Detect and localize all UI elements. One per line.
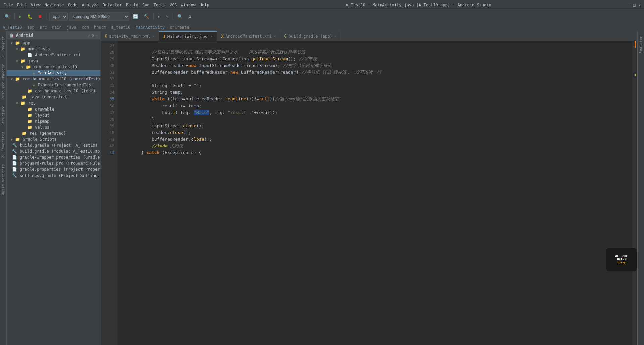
tree-item-java-(generated)[interactable]: 📁java (generated) [7, 94, 100, 100]
tab-close-0[interactable]: × [152, 34, 155, 38]
menu-tools[interactable]: Tools [154, 3, 166, 7]
app-select[interactable]: app [49, 12, 68, 21]
menu-edit[interactable]: Edit [17, 3, 27, 7]
menu-window[interactable]: Window [181, 3, 195, 7]
tab-androidmanifest[interactable]: X AndroidManifest.xml × [217, 31, 280, 41]
favorites-label[interactable]: 2: Favorites [0, 129, 6, 161]
project-panel-label[interactable]: 1: Project [0, 33, 6, 61]
titlebar: File Edit View Navigate Code Analyze Ref… [0, 0, 644, 10]
tree-item-gradle.properties-(p[interactable]: 📄gradle.properties (Project Properti...) [7, 166, 100, 172]
toolbar-run-btn[interactable]: ▶ [17, 13, 24, 20]
tab-buildgradle[interactable]: G build.gradle (app) × [280, 31, 341, 41]
build-variants-label[interactable]: Build Variants [0, 161, 6, 198]
gradle-icon: G [284, 34, 287, 39]
breadcrumb-hnucm[interactable]: hnucm [94, 25, 106, 30]
toolbar-sep-4 [173, 13, 173, 20]
tree-item-drawable[interactable]: 📁drawable [7, 106, 100, 112]
tree-item-exampleinstrumentedt[interactable]: ☕ExampleInstrumentedTest [7, 82, 100, 88]
toolbar-debug-btn[interactable]: 🐛 [25, 13, 35, 20]
breadcrumb-main[interactable]: main [52, 25, 62, 30]
line-numbers: 27 28 29 30 31 32 33 34 35 36 37 38 39 4… [101, 41, 117, 345]
code-line-30: Reader reader=new InputStreamReader(inpu… [120, 62, 630, 69]
menu-code[interactable]: Code [68, 3, 78, 7]
tree-item-mipmap[interactable]: 📁mipmap [7, 118, 100, 124]
breadcrumb-app[interactable]: app [27, 25, 35, 30]
panel-settings-icon[interactable]: ⚙ [92, 33, 94, 38]
code-line-37: Log.i( tag: "Main", msg: "result :"+resu… [120, 109, 630, 116]
menu-help[interactable]: Help [200, 3, 209, 7]
code-editor[interactable]: //服务器返回的数据 我们需要返回的是文本 所以返回的数据默认是字节流 Inpu… [117, 41, 633, 345]
tree-item-build.gradle-(module[interactable]: 🔧build.gradle (Module: A_Test10.app) [7, 148, 100, 154]
tree-item-settings.gradle-(pro[interactable]: 🔧settings.gradle (Project Settings) [7, 172, 100, 179]
code-line-32 [120, 76, 630, 82]
emulator-label[interactable]: Emulator [638, 33, 644, 56]
tree-item-java[interactable]: ▼📁java [7, 58, 100, 64]
tab-mainactivity[interactable]: J MainActivity.java × [159, 31, 217, 41]
menu-vcs[interactable]: VCS [170, 3, 177, 7]
tree-item-com.hnucm.a_test10[interactable]: ▼📁com.hnucm.a_test10 [7, 64, 100, 70]
redo-btn[interactable]: ↪ [164, 13, 171, 20]
breadcrumb-src[interactable]: src [40, 25, 47, 30]
tree-item-res[interactable]: ▼📁res [7, 100, 100, 106]
code-line-41: bufferedReader.close(); [120, 136, 630, 143]
menu-analyze[interactable]: Analyze [82, 3, 99, 7]
tab-close-2[interactable]: × [274, 34, 276, 38]
code-line-39: inputStream.close(); [120, 123, 630, 129]
toolbar-sep-3 [153, 13, 154, 20]
toolbar-icon-1[interactable]: 🔍 [3, 13, 12, 20]
menu-bar: File Edit View Navigate Code Analyze Ref… [3, 3, 209, 7]
maximize-button[interactable]: □ [633, 3, 636, 7]
tree-item-com.hnucm.a_test10-([interactable]: ▼📁com.hnucm.a_test10 (androidTest) [7, 76, 100, 82]
editor-tab-bar: X activity_main.xml × J MainActivity.jav… [101, 31, 637, 41]
tree-item-proguard-rules.pro-([interactable]: 📄proguard-rules.pro (ProGuard Rules) [7, 160, 100, 166]
tree-item-build.gradle-(projec[interactable]: 🔧build.gradle (Project: A_Test10) [7, 142, 100, 148]
close-button[interactable]: ✕ [638, 3, 641, 7]
build-btn[interactable]: 🔨 [142, 13, 151, 20]
menu-file[interactable]: File [3, 3, 13, 7]
sync-btn[interactable]: 🔄 [131, 13, 140, 20]
device-select[interactable]: samsung SM-G9550 [69, 12, 129, 21]
project-panel-title: Android [16, 33, 86, 38]
undo-btn[interactable]: ↩ [156, 13, 163, 20]
tree-item-androidmanifest.xml[interactable]: 📄AndroidManifest.xml [7, 52, 100, 58]
panel-sync-icon[interactable]: ⚡ [88, 33, 90, 38]
tree-item-gradle-scripts[interactable]: ▼📁Gradle Scripts [7, 136, 100, 142]
structure-label[interactable]: Structure [0, 103, 6, 128]
toolbar-stop-btn[interactable]: ⏹ [36, 13, 44, 20]
menu-build[interactable]: Build [126, 3, 138, 7]
tree-item-gradle-wrapper.prope[interactable]: 📄gradle-wrapper.properties (Gradle...) [7, 154, 100, 160]
minimize-button[interactable]: ─ [628, 3, 630, 7]
search-btn[interactable]: 🔍 [175, 13, 185, 20]
resource-manager-label[interactable]: Resource Manager [0, 61, 6, 102]
xml-icon: X [105, 34, 107, 39]
toolbar-sep-2 [47, 13, 47, 20]
settings-btn[interactable]: ⚙ [186, 13, 193, 20]
menu-view[interactable]: View [31, 3, 41, 7]
toolbar-sep-1 [14, 13, 15, 20]
tree-item-res-(generated)[interactable]: 📁res (generated) [7, 130, 100, 136]
code-line-29: InputStream inputStream=urlConnection.ge… [120, 56, 630, 62]
menu-refactor[interactable]: Refactor [103, 3, 122, 7]
breadcrumb-oncreate[interactable]: onCreate [170, 25, 189, 30]
tree-item-layout[interactable]: 📁layout [7, 112, 100, 118]
breadcrumb-project[interactable]: A_Test10 [3, 25, 22, 30]
project-panel: 🤖 Android ⚡ ⚙ ─ ▼📁app▼📁manifests📄Android… [7, 31, 101, 345]
tab-close-1[interactable]: × [211, 34, 213, 39]
main-toolbar: 🔍 ▶ 🐛 ⏹ app samsung SM-G9550 🔄 🔨 ↩ ↪ 🔍 ⚙ [0, 10, 644, 23]
tab-close-3[interactable]: × [334, 34, 337, 38]
tree-item-mainactivity[interactable]: ☕MainActivity [7, 70, 100, 76]
breadcrumb-java[interactable]: java [67, 25, 76, 30]
editor-content: 27 28 29 30 31 32 33 34 35 36 37 38 39 4… [101, 41, 637, 345]
breadcrumb-atest10[interactable]: a_test10 [111, 25, 130, 30]
tree-item-values[interactable]: 📁values [7, 124, 100, 130]
menu-run[interactable]: Run [142, 3, 150, 7]
panel-minimize-icon[interactable]: ─ [95, 33, 98, 38]
tree-item-app[interactable]: ▼📁app [7, 40, 100, 46]
tree-item-manifests[interactable]: ▼📁manifests [7, 46, 100, 52]
menu-navigate[interactable]: Navigate [45, 3, 64, 7]
breadcrumb: A_Test10 › app › src › main › java › com… [0, 23, 644, 31]
tree-item-com.hnucm.a_test10-([interactable]: 📁com.hnucm.a_test10 (test) [7, 88, 100, 94]
breadcrumb-mainactivity[interactable]: MainActivity [136, 25, 165, 30]
breadcrumb-com[interactable]: com [82, 25, 89, 30]
tab-activity-main[interactable]: X activity_main.xml × [101, 31, 159, 41]
